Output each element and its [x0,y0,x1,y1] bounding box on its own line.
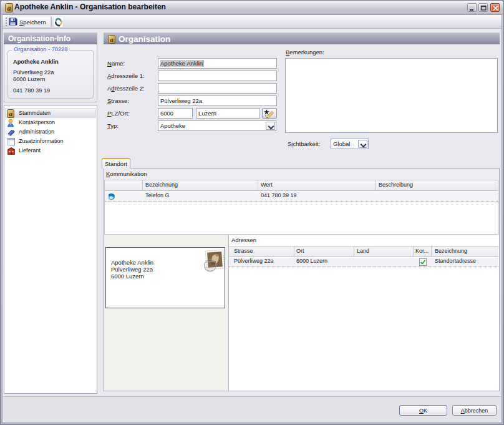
svg-text:a: a [9,110,12,117]
svg-text:a: a [7,4,11,12]
svg-text:a: a [110,36,114,43]
